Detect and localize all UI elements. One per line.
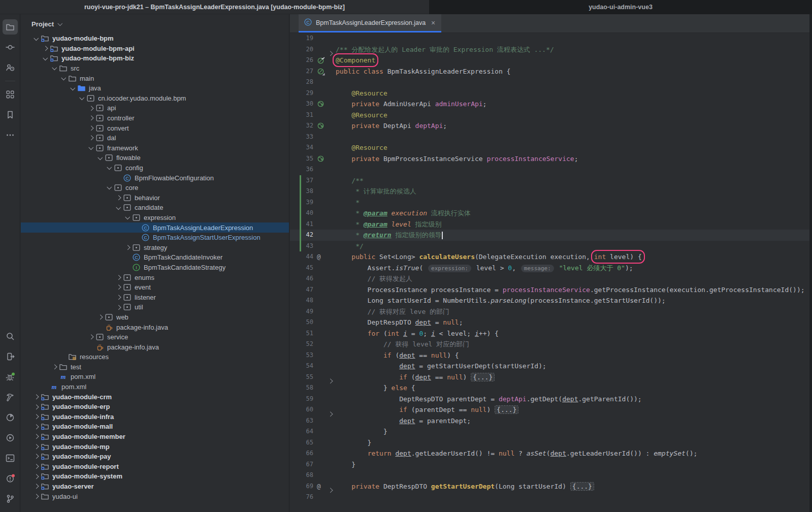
code-line-32[interactable]: 32 private DeptApi deptApi;: [290, 120, 812, 132]
tree-item-yudao-module-member[interactable]: yudao-module-member: [21, 432, 289, 442]
tree-item-yudao-module-erp[interactable]: yudao-module-erp: [21, 402, 289, 412]
code-line-41[interactable]: 41 * @param level 指定级别: [290, 219, 812, 230]
tree-item-enums[interactable]: enums: [21, 272, 289, 282]
code-line-31[interactable]: 31 @Resource: [290, 110, 812, 121]
tree-item-expression[interactable]: expression: [21, 213, 289, 223]
tree-item-yudao-module-report[interactable]: yudao-module-report: [21, 462, 289, 472]
chevron-right-icon[interactable]: [34, 404, 38, 409]
tree-item-yudao-module-bpm-api[interactable]: yudao-module-bpm-api: [21, 44, 289, 54]
search-icon[interactable]: [3, 329, 18, 344]
chevron-right-icon[interactable]: [34, 474, 38, 478]
code-line-35[interactable]: 35 private BpmProcessInstanceService pro…: [290, 153, 812, 165]
chevron-right-icon[interactable]: [88, 116, 93, 120]
chevron-down-icon[interactable]: [107, 185, 111, 189]
tree-item-convert[interactable]: convert: [21, 123, 289, 133]
tree-item-candidate[interactable]: candidate: [21, 203, 289, 213]
tree-item-config[interactable]: config: [21, 163, 289, 173]
code-line-28[interactable]: 28: [290, 77, 812, 88]
code-line-53[interactable]: 53 if (dept == null) {: [290, 350, 812, 361]
tree-item-bpmtaskassignstartuserexpression[interactable]: CBpmTaskAssignStartUserExpression: [21, 233, 289, 243]
code-editor[interactable]: 1920/** 分配给发起人的 Leader 审批的 Expression 流程…: [290, 33, 812, 512]
tree-item-pom-xml[interactable]: mpom.xml: [21, 382, 289, 392]
code-line-48[interactable]: 48 Long startUserId = NumberUtils.parseL…: [290, 295, 812, 306]
code-line-47[interactable]: 47 ProcessInstance processInstance = pro…: [290, 284, 812, 296]
problems-icon[interactable]: [3, 471, 18, 486]
folded-code-chip[interactable]: {...}: [471, 373, 495, 381]
code-line-66[interactable]: 66 return dept.getLeaderUserId() != null…: [290, 448, 812, 459]
tree-item-dal[interactable]: dal: [21, 133, 289, 143]
profiler-icon[interactable]: [3, 410, 18, 425]
tree-item-listener[interactable]: listener: [21, 292, 289, 302]
chevron-down-icon[interactable]: [61, 75, 66, 80]
tree-item-yudao-module-bpm[interactable]: yudao-module-bpm: [21, 34, 289, 44]
tree-item-util[interactable]: util: [21, 302, 289, 312]
tree-item-bpmtaskcandidateinvoker[interactable]: CBpmTaskCandidateInvoker: [21, 252, 289, 263]
code-line-43[interactable]: 43 */: [290, 241, 812, 252]
code-line-64[interactable]: 64 }: [290, 426, 812, 437]
chevron-down-icon[interactable]: [79, 95, 84, 100]
chevron-down-icon[interactable]: [125, 214, 129, 219]
chevron-down-icon[interactable]: [70, 85, 75, 90]
commit-icon[interactable]: [3, 40, 18, 55]
tree-item-pom-xml[interactable]: mpom.xml: [21, 372, 289, 382]
tree-item-main[interactable]: main: [21, 73, 289, 83]
code-line-36[interactable]: 36: [290, 164, 812, 175]
code-line-38[interactable]: 38 * 计算审批的候选人: [290, 186, 812, 197]
tree-item-package-info-java[interactable]: package-info.java: [21, 322, 289, 332]
chevron-down-icon[interactable]: [98, 155, 102, 159]
bookmarks-icon[interactable]: [3, 107, 18, 122]
tree-item-package-info-java[interactable]: package-info.java: [21, 342, 289, 352]
code-line-69[interactable]: 69@ private DeptRespDTO getStartUserDept…: [290, 481, 812, 492]
code-line-27[interactable]: 27public class BpmTaskAssignLeaderExpres…: [290, 66, 812, 77]
folded-code-chip[interactable]: {...}: [570, 482, 594, 491]
version-control-icon[interactable]: [3, 491, 18, 506]
tree-item-api[interactable]: api: [21, 103, 289, 113]
code-line-20[interactable]: 20/** 分配给发起人的 Leader 审批的 Expression 流程表达…: [290, 44, 812, 55]
tree-item-test[interactable]: test: [21, 362, 289, 372]
code-line-42[interactable]: 42 * @return 指定级别的领导: [290, 230, 812, 241]
code-line-40[interactable]: 40 * @param execution 流程执行实体: [290, 208, 812, 219]
chevron-right-icon[interactable]: [34, 444, 38, 449]
code-line-67[interactable]: 67 }: [290, 459, 812, 470]
services-icon[interactable]: [3, 430, 18, 445]
tree-item-java[interactable]: java: [21, 83, 289, 93]
code-line-51[interactable]: 51 for (int i = 0; i < level; i++) {: [290, 328, 812, 339]
chevron-right-icon[interactable]: [98, 315, 102, 319]
code-line-55[interactable]: 55 if (dept == null) {...}: [290, 372, 812, 383]
code-line-29[interactable]: 29 @Resource: [290, 88, 812, 99]
debug-icon[interactable]: [3, 369, 18, 385]
code-line-46[interactable]: 46 // 获得发起人: [290, 273, 812, 284]
tree-item-core[interactable]: core: [21, 183, 289, 193]
tab-close-icon[interactable]: ×: [431, 19, 435, 26]
tree-item-event[interactable]: event: [21, 282, 289, 293]
project-folder-icon[interactable]: [3, 19, 18, 35]
chevron-down-icon[interactable]: [88, 145, 93, 149]
code-line-68[interactable]: 68: [290, 470, 812, 481]
code-line-63[interactable]: 63 dept = parentDept;: [290, 415, 812, 427]
structure-icon[interactable]: [3, 87, 18, 102]
annotation-gutter-icon[interactable]: @: [317, 251, 321, 263]
annotation-gutter-icon[interactable]: @: [317, 481, 321, 492]
tab-bpm-task-assign-leader-expression[interactable]: C BpmTaskAssignLeaderExpression.java ×: [299, 14, 441, 33]
tree-item-yudao-module-mp[interactable]: yudao-module-mp: [21, 441, 289, 452]
build-icon[interactable]: [3, 390, 18, 405]
code-line-26[interactable]: 26@Component: [290, 55, 812, 66]
chevron-right-icon[interactable]: [88, 126, 93, 131]
chevron-right-icon[interactable]: [52, 365, 56, 369]
code-line-37[interactable]: 37 /**: [290, 175, 812, 186]
run-widget-icon[interactable]: [3, 349, 18, 364]
code-line-50[interactable]: 50 DeptRespDTO dept = null;: [290, 317, 812, 328]
code-line-65[interactable]: 65 }: [290, 437, 812, 449]
tree-item-framework[interactable]: framework: [21, 143, 289, 153]
tree-item-yudao-module-pay[interactable]: yudao-module-pay: [21, 452, 289, 462]
chevron-right-icon[interactable]: [34, 464, 38, 469]
tree-item-flowable[interactable]: flowable: [21, 153, 289, 163]
chevron-right-icon[interactable]: [116, 285, 120, 290]
code-line-45[interactable]: 45 Assert.isTrue( expression: level > 0,…: [290, 263, 812, 274]
chevron-down-icon[interactable]: [107, 165, 111, 170]
tree-item-bpmtaskassignleaderexpression[interactable]: CBpmTaskAssignLeaderExpression: [21, 222, 289, 233]
chevron-right-icon[interactable]: [34, 454, 38, 459]
tree-item-bpmtaskcandidatestrategy[interactable]: IBpmTaskCandidateStrategy: [21, 263, 289, 273]
chevron-right-icon[interactable]: [34, 484, 38, 489]
tree-item-behavior[interactable]: behavior: [21, 193, 289, 203]
